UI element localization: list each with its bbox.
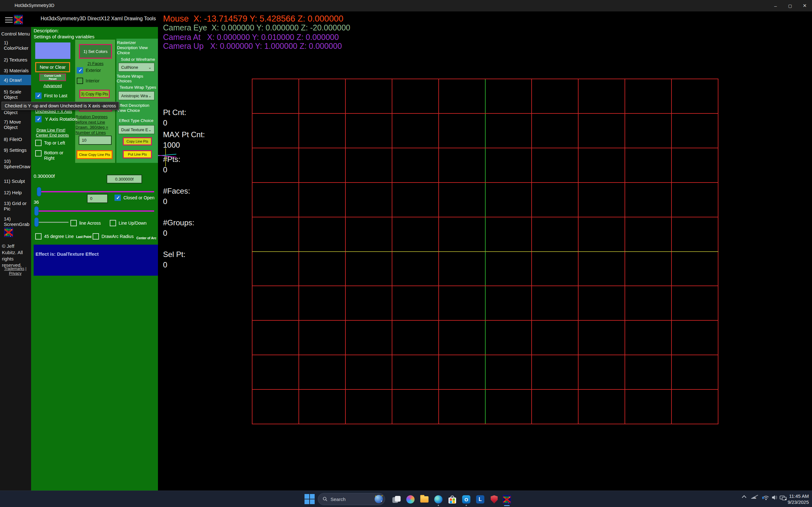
store-icon[interactable] xyxy=(445,493,459,506)
top-or-left-checkbox[interactable] xyxy=(35,140,42,146)
file-explorer-icon[interactable] xyxy=(417,493,432,506)
center-end-points-link[interactable]: Center End points xyxy=(36,133,69,137)
chevron-down-icon: ⌄ xyxy=(148,65,152,70)
advanced-link[interactable]: Advanced xyxy=(35,83,70,88)
axis-tooltip: Checked is Y -up and down Unchecked is X… xyxy=(2,102,119,110)
sidebar-header: Control Menu xyxy=(1,31,30,37)
solid-or-wireframe-label: Solid or Wireframe xyxy=(121,57,155,62)
new-or-clear-button[interactable]: New or Clear xyxy=(35,62,70,72)
line-across-label: line Across xyxy=(79,221,101,226)
interior-label: Interior xyxy=(86,78,100,83)
deg45-line-checkbox[interactable] xyxy=(35,233,42,239)
sidebar-item-14[interactable]: 14) ScreenGrab xyxy=(4,216,31,227)
camera-at-readout: Camera At X: 0.000000 Y: 0.010000 Z: 0.0… xyxy=(163,33,339,42)
task-view-icon[interactable] xyxy=(390,493,403,506)
close-icon[interactable]: ✕ xyxy=(798,0,812,11)
slider-thumb[interactable] xyxy=(34,217,39,227)
y-axis-rotation-checkbox[interactable] xyxy=(35,116,42,122)
copy-line-pts-button[interactable]: Copy Line Pts xyxy=(123,137,152,146)
security-shield-icon[interactable] xyxy=(487,493,501,506)
sidebar-item-12[interactable]: 12) Help xyxy=(4,190,31,195)
edge-icon[interactable] xyxy=(432,493,445,506)
trademarks-link[interactable]: Trademarks xyxy=(4,267,24,271)
sidebar-item-5[interactable]: 5) Scale Object xyxy=(4,89,31,100)
count-input[interactable] xyxy=(87,194,108,203)
volume-icon[interactable] xyxy=(771,495,778,502)
chevron-up-icon[interactable] xyxy=(743,495,746,499)
sidebar-item-10[interactable]: 10) SphereDraw xyxy=(4,158,31,169)
effect-type-dropdown[interactable]: Dual Texture E ⌄ xyxy=(118,125,154,134)
copilot-icon[interactable] xyxy=(403,493,417,506)
hot3dx-logo: Hot3D xyxy=(14,15,23,24)
closed-or-open-checkbox[interactable] xyxy=(114,194,121,201)
line-across-checkbox[interactable] xyxy=(70,220,77,226)
mouse-readout: Mouse X: -13.714579 Y: 5.428566 Z: 0.000… xyxy=(163,14,343,24)
clear-copy-line-pts-button[interactable]: Clear Copy Line Pts xyxy=(77,150,113,159)
exterior-checkbox[interactable] xyxy=(77,67,83,73)
cull-mode-value: CullNone xyxy=(121,65,138,70)
chevron-down-icon: ⌄ xyxy=(148,127,152,132)
hamburger-menu-icon[interactable] xyxy=(5,17,13,23)
sidebar-item-2[interactable]: 2) Textures xyxy=(4,57,31,62)
first-to-last-checkbox[interactable] xyxy=(35,93,42,99)
drawing-tools-panel: Description: Settings of drawing variabl… xyxy=(31,27,158,491)
description-value: Settings of drawing variables xyxy=(34,34,95,39)
put-line-pts-button[interactable]: Put Line Pts xyxy=(123,150,152,158)
clock[interactable]: 11:45 AM 9/23/2025 xyxy=(783,493,809,505)
sidebar-item-3[interactable]: 3) Materials xyxy=(4,68,31,73)
float-value-box[interactable] xyxy=(107,175,142,183)
maximize-icon[interactable]: ▢ xyxy=(783,0,798,11)
set-colors-button[interactable]: 1) Set Colors xyxy=(79,44,112,59)
search-highlight-image[interactable] xyxy=(374,495,383,503)
effect-description-header: Effect Description View Choice xyxy=(117,103,156,113)
window-title: Hot3dxSymmetry3D xyxy=(14,3,54,8)
draw-line-first-link[interactable]: Draw Line First! xyxy=(37,128,65,132)
camera-eye-readout: Camera Eye X: 0.000000 Y: 0.000000 Z: -2… xyxy=(163,23,350,32)
sidebar-item-6[interactable]: Object xyxy=(4,110,31,115)
slider-thumb[interactable] xyxy=(37,187,41,196)
sidebar-item-11[interactable]: 11) Sculpt xyxy=(4,178,31,184)
draw-arc-radius-checkbox[interactable] xyxy=(93,233,99,239)
number-of-lines-input[interactable] xyxy=(79,135,112,145)
copyright-text: © Jeff Kubitz. All rights reserved. xyxy=(2,243,30,268)
sidebar-item-1[interactable]: 1) ColorPicker xyxy=(4,40,31,51)
search-placeholder: Search xyxy=(331,497,374,502)
minimize-icon[interactable]: – xyxy=(768,0,783,11)
faces-link[interactable]: 2) Faces xyxy=(79,61,112,66)
rasterizer-header: Rasterizer Description View Choice xyxy=(117,40,157,55)
hot3dx-taskbar-icon[interactable]: Hot3D xyxy=(500,493,514,506)
stat-groups: #Groups:0 xyxy=(163,217,194,238)
color-swatch[interactable] xyxy=(35,43,70,59)
network-shield-icon[interactable] xyxy=(762,495,769,502)
outlook-icon[interactable]: O xyxy=(459,493,473,506)
titlebar: Hot3dxSymmetry3D – ▢ ✕ xyxy=(0,0,812,11)
bottom-or-right-checkbox[interactable] xyxy=(35,150,42,157)
cull-mode-dropdown[interactable]: CullNone ⌄ xyxy=(118,63,154,72)
line-up-down-checkbox[interactable] xyxy=(110,220,116,226)
degrees-slider[interactable] xyxy=(34,206,155,216)
links-separator: | xyxy=(24,267,26,271)
first-to-last-label: First to Last xyxy=(44,93,67,98)
interior-checkbox[interactable] xyxy=(77,78,83,84)
start-button[interactable] xyxy=(304,493,315,505)
origin-axis-vertical xyxy=(165,148,166,166)
sidebar-item-8[interactable]: 8) FileIO xyxy=(4,136,31,142)
texture-wrap-dropdown[interactable]: Anistropic Wra ⌄ xyxy=(118,91,154,100)
sidebar-item-9[interactable]: 9) Settings xyxy=(4,147,31,153)
copy-flip-pts-button[interactable]: 3) Copy Flip Pts xyxy=(79,90,110,98)
exterior-label: Exterior xyxy=(86,68,101,73)
search-box[interactable]: Search xyxy=(318,493,385,505)
privacy-link[interactable]: Privacy xyxy=(9,271,21,276)
sidebar-item-4[interactable]: 4) Draw! xyxy=(0,75,31,85)
legal-links: Trademarks | Privacy xyxy=(0,267,31,276)
sidebar-item-7[interactable]: 7) Move Object xyxy=(4,119,31,130)
slider-thumb[interactable] xyxy=(34,206,39,216)
sidebar: Control Menu Hot3D © Jeff Kubitz. All ri… xyxy=(0,27,31,491)
stat-ptcnt: Pt Cnt:0 xyxy=(163,107,186,128)
short-slider[interactable] xyxy=(34,217,70,227)
sidebar-item-13[interactable]: 13) Grid or Pic xyxy=(4,201,31,211)
rotation-degrees-note[interactable]: Rotation Degrees before next Line Drawn.… xyxy=(75,114,114,135)
cursor-lock-reset-button[interactable]: Cursor Lock Reset xyxy=(39,73,66,81)
viewport-grid xyxy=(252,78,718,424)
l-app-icon[interactable]: L xyxy=(473,493,487,506)
